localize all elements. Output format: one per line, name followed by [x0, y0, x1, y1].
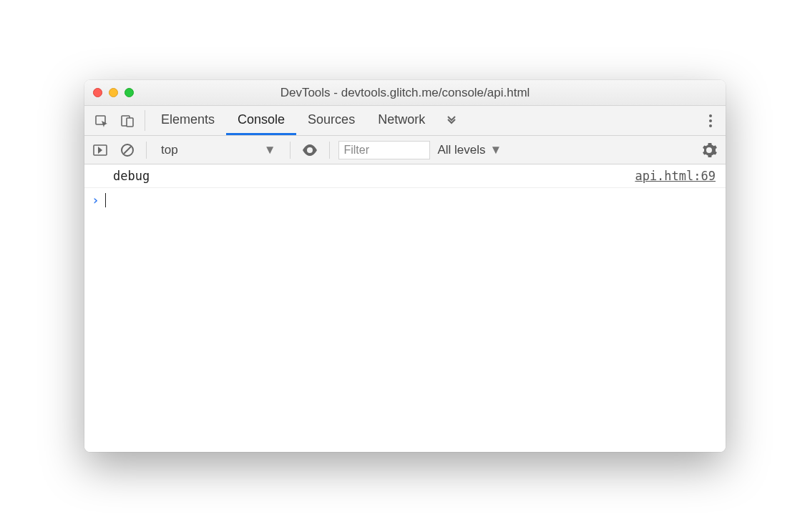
sidebar-toggle-icon[interactable]: [90, 144, 110, 157]
log-source-link[interactable]: api.html:69: [635, 169, 716, 183]
maximize-button[interactable]: [125, 88, 134, 97]
close-button[interactable]: [93, 88, 102, 97]
tabbar: Elements Console Sources Network: [84, 106, 726, 136]
svg-rect-2: [127, 118, 133, 127]
minimize-button[interactable]: [109, 88, 118, 97]
separator: [145, 110, 145, 131]
console-prompt[interactable]: ›: [84, 188, 726, 212]
devtools-window: DevTools - devtools.glitch.me/console/ap…: [84, 80, 726, 452]
separator: [146, 142, 147, 159]
svg-point-5: [709, 124, 712, 127]
tab-sources[interactable]: Sources: [296, 106, 366, 135]
tab-console[interactable]: Console: [226, 106, 296, 135]
device-toolbar-icon[interactable]: [114, 106, 140, 135]
eye-icon[interactable]: [299, 144, 321, 156]
svg-point-3: [709, 114, 712, 117]
inspect-element-icon[interactable]: [89, 106, 114, 135]
titlebar: DevTools - devtools.glitch.me/console/ap…: [84, 80, 726, 106]
console-toolbar: top ▼ All levels ▼: [84, 136, 726, 164]
settings-gear-icon[interactable]: [698, 142, 720, 158]
levels-label: All levels: [437, 143, 485, 157]
window-title: DevTools - devtools.glitch.me/console/ap…: [84, 86, 726, 100]
text-cursor: [105, 193, 107, 207]
chevron-down-icon: ▼: [264, 143, 276, 157]
tab-elements[interactable]: Elements: [150, 106, 226, 135]
kebab-menu-icon[interactable]: [700, 106, 721, 135]
svg-point-4: [709, 119, 712, 122]
separator: [290, 142, 291, 159]
context-label: top: [161, 143, 178, 157]
log-levels-selector[interactable]: All levels ▼: [437, 143, 502, 157]
filter-input[interactable]: [338, 141, 430, 159]
chevron-down-icon: ▼: [490, 143, 502, 157]
more-tabs-icon[interactable]: [436, 106, 467, 135]
prompt-chevron-icon: ›: [92, 192, 99, 207]
tab-network[interactable]: Network: [366, 106, 436, 135]
clear-console-icon[interactable]: [117, 143, 137, 157]
log-message: debug: [113, 169, 150, 183]
context-selector[interactable]: top ▼: [155, 140, 281, 160]
log-entry: debug api.html:69: [84, 164, 726, 188]
console-output: debug api.html:69 ›: [84, 164, 726, 452]
traffic-lights: [93, 88, 134, 97]
separator: [329, 142, 330, 159]
